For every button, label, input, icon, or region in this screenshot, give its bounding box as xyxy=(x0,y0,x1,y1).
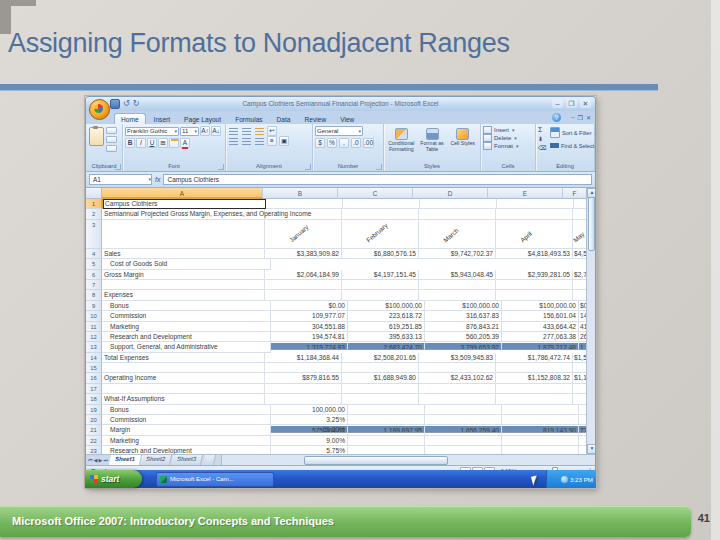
row-header-23[interactable]: 23 xyxy=(86,446,102,454)
cell-B8[interactable] xyxy=(265,290,342,300)
orientation-icon[interactable] xyxy=(255,128,264,135)
cell-D4[interactable]: $9,742,702.37 xyxy=(419,249,496,259)
cell-C22[interactable] xyxy=(348,436,425,446)
row-header-2[interactable]: 2 xyxy=(86,209,102,219)
number-format-select[interactable]: General▾ xyxy=(315,126,363,136)
cell-A12[interactable]: Research and Development xyxy=(102,332,271,342)
cell-B3[interactable]: January xyxy=(265,220,342,249)
decrease-decimal-icon[interactable]: .00 xyxy=(363,138,374,148)
dialog-launcher-icon[interactable] xyxy=(218,164,224,170)
next-sheet-icon[interactable]: ▶ xyxy=(98,457,102,463)
cell-A2[interactable]: Semiannual Projected Gross Margin, Expen… xyxy=(102,209,265,219)
cell-F18[interactable] xyxy=(573,394,587,404)
row-header-19[interactable]: 19 xyxy=(86,405,102,415)
row-header-13[interactable]: 13 xyxy=(86,342,102,352)
cell-D10[interactable]: 316,637.83 xyxy=(425,311,502,321)
cell-F15[interactable] xyxy=(573,363,587,373)
fx-icon[interactable]: fx xyxy=(155,176,160,183)
sort-filter-button[interactable]: Sort & Filter▾ xyxy=(550,127,596,138)
cell-C11[interactable]: 619,251.85 xyxy=(348,322,425,332)
font-name-select[interactable]: Franklin Gothic▾ xyxy=(125,127,179,136)
cell-D23[interactable] xyxy=(425,446,502,454)
vertical-scroll-thumb[interactable] xyxy=(588,197,595,251)
delete-cells-button[interactable]: Delete▾ xyxy=(483,134,533,142)
align-right-icon[interactable] xyxy=(255,138,264,145)
cell-B20[interactable]: 3.25% xyxy=(271,415,348,425)
cell-E16[interactable]: $1,152,808.32 xyxy=(496,373,573,383)
cell-C3[interactable]: February xyxy=(342,220,419,249)
cell-B6[interactable]: $2,064,184.99 xyxy=(265,270,342,280)
scroll-down-icon[interactable]: ▼ xyxy=(587,444,595,454)
cell-C16[interactable]: $1,688,949.80 xyxy=(342,373,419,383)
cell-C15[interactable] xyxy=(342,363,419,373)
cell-D18[interactable] xyxy=(419,394,496,404)
copy-icon[interactable] xyxy=(106,136,117,143)
cell-D21[interactable] xyxy=(425,425,502,435)
find-select-button[interactable]: Find & Select▾ xyxy=(550,142,596,149)
cell-E8[interactable] xyxy=(496,290,573,300)
cell-B15[interactable] xyxy=(265,363,342,373)
cell-D17[interactable] xyxy=(419,384,496,394)
cell-E3[interactable]: April xyxy=(496,220,573,249)
format-as-table-button[interactable]: Format as Table xyxy=(417,126,448,162)
cell-A23[interactable]: Research and Development xyxy=(102,446,271,454)
cell-C14[interactable]: $2,508,201.65 xyxy=(342,353,419,363)
cell-E5[interactable]: 1,879,212.48 xyxy=(502,343,579,350)
borders-icon[interactable]: ⊞ xyxy=(158,138,168,148)
autosum-icon[interactable]: Σ xyxy=(538,126,546,133)
cell-B5[interactable]: 1,319,724.83 xyxy=(271,343,348,350)
tab-review[interactable]: Review xyxy=(299,114,333,124)
cell-A15[interactable] xyxy=(102,363,265,373)
cell-A22[interactable]: Marketing xyxy=(102,436,271,446)
align-top-icon[interactable] xyxy=(229,128,238,135)
row-header-11[interactable]: 11 xyxy=(86,322,102,332)
comma-style-icon[interactable]: , xyxy=(339,138,349,148)
cell-C2[interactable] xyxy=(342,209,419,219)
cell-A5[interactable]: Cost of Goods Sold xyxy=(102,259,271,269)
cell-D11[interactable]: 876,843.21 xyxy=(425,322,502,332)
cell-E11[interactable]: 433,664.42 xyxy=(502,322,579,332)
sheet-tab-sheet3[interactable]: Sheet3 xyxy=(171,455,203,465)
cell-F8[interactable] xyxy=(573,290,587,300)
cell-E12[interactable]: 277,063.38 xyxy=(502,332,579,342)
paste-icon[interactable] xyxy=(89,127,104,146)
cell-E19[interactable] xyxy=(502,405,579,415)
cell-D19[interactable] xyxy=(425,405,502,415)
cell-F14[interactable]: $1,598,352.92 xyxy=(573,353,587,363)
tab-insert[interactable]: Insert xyxy=(148,114,177,124)
cell-A8[interactable]: Expenses xyxy=(102,290,265,300)
minimize-icon[interactable]: – xyxy=(552,99,563,108)
column-header-C[interactable]: C xyxy=(338,188,413,199)
cell-A13[interactable]: Support, General, and Administrative xyxy=(102,342,271,352)
column-header-F[interactable]: F xyxy=(563,188,587,199)
wrap-text-icon[interactable]: ↩ xyxy=(267,126,277,136)
cell-C6[interactable]: $4,197,151.45 xyxy=(342,270,419,280)
cell-E17[interactable] xyxy=(496,384,573,394)
sheet-tab-sheet1[interactable]: Sheet1 xyxy=(109,455,142,465)
cell-C5[interactable]: 2,683,424.70 xyxy=(348,343,425,350)
row-header-4[interactable]: 4 xyxy=(86,249,102,259)
tab-view[interactable]: View xyxy=(334,114,360,124)
cell-D2[interactable] xyxy=(419,209,496,219)
row-header-17[interactable]: 17 xyxy=(86,384,102,394)
cell-B19[interactable]: 100,000.00 xyxy=(271,405,348,415)
cell-C9[interactable]: $100,000.00 xyxy=(348,301,425,311)
cell-B9[interactable]: $0.00 xyxy=(271,301,348,311)
cell-A10[interactable]: Commission xyxy=(102,311,271,321)
formula-input[interactable]: Campus Clothiers xyxy=(163,174,592,185)
cell-A16[interactable]: Operating Income xyxy=(102,373,265,383)
dialog-launcher-icon[interactable] xyxy=(376,164,382,170)
cell-E21[interactable] xyxy=(502,425,579,435)
cell-C20[interactable] xyxy=(348,415,425,425)
cell-B4[interactable]: $3,383,909.82 xyxy=(265,249,342,259)
cell-F16[interactable]: $1,187,347.88 xyxy=(573,373,587,383)
cell-B12[interactable]: 194,574.81 xyxy=(271,332,348,342)
cell-B1[interactable] xyxy=(266,199,343,209)
cell-C18[interactable] xyxy=(342,394,419,404)
cell-styles-button[interactable]: Cell Styles xyxy=(447,126,478,162)
cell-A9[interactable]: Bonus xyxy=(102,301,271,311)
cell-D14[interactable]: $3,509,945.83 xyxy=(419,353,496,363)
dialog-launcher-icon[interactable] xyxy=(115,164,121,170)
cell-B17[interactable] xyxy=(265,384,342,394)
cell-A20[interactable]: Commission xyxy=(102,415,271,425)
